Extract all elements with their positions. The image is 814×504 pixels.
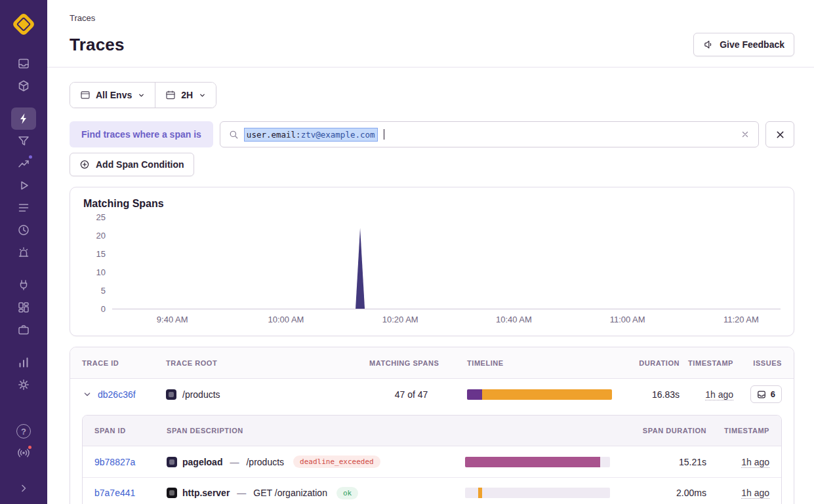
x-axis-label: 10:20 AM xyxy=(382,315,418,324)
column-header-issues: Issues xyxy=(733,359,782,367)
integrations-icon xyxy=(17,279,30,292)
give-feedback-label: Give Feedback xyxy=(720,39,784,50)
search-token-value: ztv@example.com xyxy=(301,130,375,140)
sidebar-item-crons[interactable] xyxy=(11,219,36,241)
spans-subtable-header: Span ID Span Description Span Duration T… xyxy=(83,416,781,446)
timeline-bar-segment xyxy=(467,389,482,400)
clear-search-button[interactable] xyxy=(741,130,750,139)
span-row: 9b78827a pageload — /products deadline_e… xyxy=(83,446,781,477)
collapse-trace-button[interactable] xyxy=(82,389,92,400)
chevron-down-icon xyxy=(138,92,145,99)
y-axis-label: 20 xyxy=(83,231,106,241)
span-op: pageload xyxy=(182,457,222,467)
sidebar-item-dashboards[interactable] xyxy=(11,296,36,319)
matching-spans-chart: 0510152025 xyxy=(112,218,781,309)
sidebar-item-settings[interactable] xyxy=(11,374,36,396)
environment-filter-label: All Envs xyxy=(96,90,132,100)
span-search-input[interactable]: user.email:ztv@example.com xyxy=(220,121,759,147)
trace-id-link[interactable]: db26c36f xyxy=(98,389,136,400)
sidebar-item-replays[interactable] xyxy=(11,174,36,197)
help-icon[interactable]: ? xyxy=(16,424,31,438)
y-axis-label: 10 xyxy=(83,267,106,277)
search-icon xyxy=(229,130,239,140)
traces-table-header: Trace ID Trace Root Matching Spans Timel… xyxy=(70,347,794,379)
span-duration: 15.21s xyxy=(636,457,706,467)
column-header-duration: Duration xyxy=(624,359,680,367)
span-timeline-bar xyxy=(465,457,610,467)
span-duration: 2.00ms xyxy=(636,488,706,498)
breadcrumb[interactable]: Traces xyxy=(70,13,794,23)
column-header-trace-id: Trace ID xyxy=(82,359,166,367)
trace-duration: 16.83s xyxy=(624,389,680,400)
issues-icon xyxy=(17,57,30,70)
traces-icon xyxy=(17,112,30,125)
x-axis-label: 11:00 AM xyxy=(610,315,645,324)
column-header-matching-spans: Matching Spans xyxy=(369,359,453,367)
project-icon xyxy=(166,389,176,400)
plus-circle-icon xyxy=(79,159,90,170)
remove-condition-button[interactable] xyxy=(765,121,794,147)
span-condition-row: Find traces where a span is user.email:z… xyxy=(70,121,794,147)
search-token[interactable]: user.email:ztv@example.com xyxy=(245,128,377,141)
sidebar: ? xyxy=(0,0,47,504)
span-timestamp: 1h ago xyxy=(741,488,769,499)
sidebar-item-performance[interactable] xyxy=(11,130,36,152)
sidebar-item-organization[interactable] xyxy=(11,319,36,341)
span-id-link[interactable]: b7a7e441 xyxy=(94,488,135,498)
close-icon xyxy=(741,130,750,139)
sidebar-item-queue[interactable] xyxy=(11,197,36,219)
sidebar-item-integrations[interactable] xyxy=(11,274,36,296)
span-description: /products xyxy=(246,457,284,467)
crons-icon xyxy=(17,223,30,237)
calendar-icon xyxy=(165,90,176,100)
dashboards-icon xyxy=(17,301,30,314)
column-header-span-id: Span ID xyxy=(94,427,167,435)
sidebar-item-releases[interactable] xyxy=(11,152,36,174)
traces-table: Trace ID Trace Root Matching Spans Timel… xyxy=(70,347,794,504)
search-token-key: user.email: xyxy=(247,130,301,140)
collapse-sidebar-button[interactable] xyxy=(17,482,30,495)
spans-subtable: Span ID Span Description Span Duration T… xyxy=(82,415,782,504)
whats-new-button[interactable] xyxy=(17,446,30,459)
stats-icon xyxy=(17,356,30,369)
span-description: GET /organization xyxy=(253,488,327,498)
give-feedback-button[interactable]: Give Feedback xyxy=(693,33,794,56)
megaphone-icon xyxy=(703,39,714,50)
alerts-icon xyxy=(17,246,30,259)
sidebar-item-alerts[interactable] xyxy=(11,241,36,263)
matching-spans-panel: Matching Spans 0510152025 9:40 AM10:00 A… xyxy=(70,187,794,336)
chart-x-axis: 9:40 AM10:00 AM10:20 AM10:40 AM11:00 AM1… xyxy=(112,309,781,328)
x-axis-label: 10:40 AM xyxy=(496,315,532,324)
window-icon xyxy=(80,90,91,100)
trace-timeline-bar xyxy=(467,389,612,400)
queue-icon xyxy=(17,201,30,214)
settings-icon xyxy=(17,378,30,391)
sidebar-item-traces[interactable] xyxy=(11,107,36,130)
close-icon xyxy=(775,130,785,140)
column-header-timeline: Timeline xyxy=(453,359,624,367)
date-range-filter-label: 2H xyxy=(181,90,193,100)
column-header-timestamp: Timestamp xyxy=(680,359,733,367)
environment-filter-button[interactable]: All Envs xyxy=(70,83,155,107)
add-span-condition-button[interactable]: Add Span Condition xyxy=(70,153,194,176)
span-status-badge: deadline_exceeded xyxy=(293,456,380,468)
chevron-down-icon xyxy=(199,92,206,99)
span-op: http.server xyxy=(182,488,230,498)
column-header-span-duration: Span Duration xyxy=(636,427,706,435)
sidebar-item-issues[interactable] xyxy=(11,52,36,75)
sidebar-item-projects[interactable] xyxy=(11,75,36,97)
span-timestamp: 1h ago xyxy=(741,457,769,468)
span-id-link[interactable]: 9b78827a xyxy=(94,457,135,467)
trace-row: db26c36f /products 47 of 47 16.83s 1h ag… xyxy=(70,379,794,410)
trace-issues-button[interactable]: 6 xyxy=(750,385,782,403)
x-axis-label: 11:20 AM xyxy=(723,315,759,324)
sentry-logo[interactable] xyxy=(12,12,36,37)
sidebar-item-stats[interactable] xyxy=(11,351,36,374)
x-axis-label: 9:40 AM xyxy=(157,315,188,324)
matching-spans-count: 47 of 47 xyxy=(369,389,453,400)
column-header-span-description: Span Description xyxy=(167,427,465,435)
projects-icon xyxy=(17,79,30,92)
x-axis-label: 10:00 AM xyxy=(268,315,304,324)
notification-dot xyxy=(28,154,33,160)
date-range-filter-button[interactable]: 2H xyxy=(155,83,216,107)
